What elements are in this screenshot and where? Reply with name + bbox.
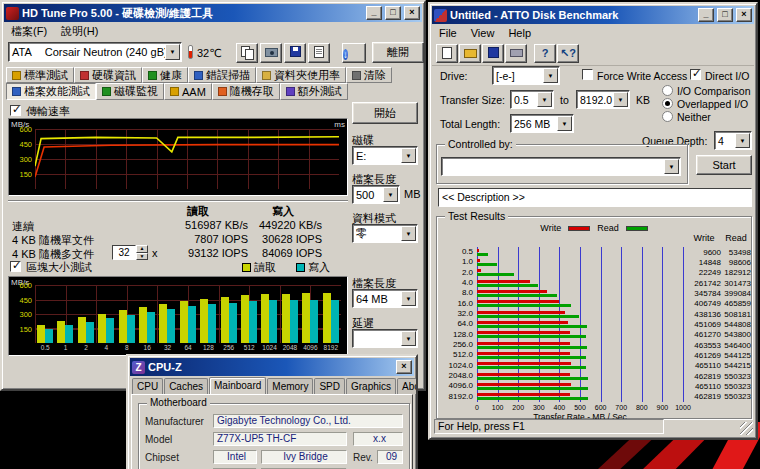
- queue-depth-select[interactable]: 4▼: [714, 131, 752, 150]
- menu-view[interactable]: View: [464, 26, 502, 40]
- hdtune-menubar: 檔案(F) 說明(H): [4, 23, 422, 39]
- dropdown-arrow-icon[interactable]: ▼: [543, 68, 558, 83]
- tab-caches[interactable]: Caches: [164, 378, 208, 394]
- description-field[interactable]: << Description >>: [438, 188, 752, 207]
- tab-erase[interactable]: 清除: [346, 67, 392, 83]
- chart-icon: [12, 71, 21, 80]
- force-write-checkbox[interactable]: [582, 69, 593, 80]
- tab-cpu[interactable]: CPU: [132, 378, 163, 394]
- exit-button[interactable]: 離開: [372, 42, 424, 63]
- data-pattern-select[interactable]: 零▼: [352, 224, 418, 243]
- spin-down-icon[interactable]: ▼: [136, 253, 148, 261]
- dropdown-arrow-icon[interactable]: ▼: [537, 92, 552, 107]
- floppy-icon: [290, 46, 301, 57]
- tab-spd[interactable]: SPD: [314, 378, 345, 394]
- cpuz-titlebar[interactable]: Z CPU-Z ×: [130, 358, 414, 376]
- direct-io-checkbox[interactable]: [690, 69, 701, 80]
- read-bar: [323, 293, 331, 343]
- start-button[interactable]: Start: [696, 155, 752, 175]
- atto-titlebar[interactable]: Untitled - ATTO Disk Benchmark _ □ ×: [432, 6, 754, 24]
- read-column-header: Read: [721, 233, 751, 243]
- total-length-select[interactable]: 256 MB▼: [510, 114, 574, 133]
- drive-select[interactable]: [-e-]▼: [492, 66, 560, 85]
- dropdown-arrow-icon[interactable]: ▼: [735, 133, 750, 148]
- minimize-icon[interactable]: _: [698, 8, 714, 22]
- new-button[interactable]: [436, 44, 458, 63]
- maximize-icon[interactable]: □: [385, 6, 401, 20]
- hdtune-titlebar[interactable]: HD Tune Pro 5.00 - 硬碟檢測/維護工具 _ □ ×: [4, 4, 422, 22]
- about-button[interactable]: ?: [534, 44, 556, 63]
- tab-folder-usage[interactable]: 資料夾使用率: [256, 67, 346, 83]
- menu-file[interactable]: 檔案(F): [4, 23, 54, 40]
- dropdown-arrow-icon[interactable]: ▼: [401, 226, 416, 241]
- context-help-button[interactable]: ↖?: [557, 44, 579, 63]
- tab-disk-monitor[interactable]: 磁碟監視: [96, 83, 164, 100]
- tab-mainboard[interactable]: Mainboard: [209, 377, 266, 394]
- hdtune-window-title: HD Tune Pro 5.00 - 硬碟檢測/維護工具: [22, 6, 363, 21]
- tab-benchmark[interactable]: 標準測試: [6, 67, 74, 83]
- block-size-checkbox[interactable]: [10, 261, 21, 272]
- tab-graphics[interactable]: Graphics: [346, 378, 396, 394]
- dropdown-arrow-icon[interactable]: ▼: [664, 159, 679, 174]
- open-button[interactable]: [459, 44, 481, 63]
- spin-up-icon[interactable]: ▲: [136, 245, 148, 253]
- tab-error-scan[interactable]: 錯誤掃描: [188, 67, 256, 83]
- write-bar: [310, 300, 318, 343]
- disk-select[interactable]: E:▼: [352, 146, 418, 165]
- dropdown-arrow-icon[interactable]: ▼: [557, 116, 572, 131]
- drive-selector[interactable]: ATA Corsair Neutron (240 gB) ▼: [8, 42, 182, 62]
- tab-about[interactable]: About: [397, 378, 418, 394]
- close-icon[interactable]: ×: [396, 360, 412, 374]
- print-button[interactable]: [505, 44, 527, 63]
- menu-help[interactable]: 說明(H): [54, 23, 105, 40]
- save-text-button[interactable]: [308, 43, 330, 63]
- model-value: Z77X-UP5 TH-CF: [213, 432, 347, 446]
- write-value: 9600: [683, 248, 721, 258]
- tab-extra-tests[interactable]: 額外測試: [280, 83, 348, 100]
- y-axis-tick: 150: [9, 325, 32, 334]
- block-file-length-select[interactable]: 64 MB▼: [352, 289, 418, 308]
- save-button[interactable]: [482, 44, 504, 63]
- start-button[interactable]: 開始: [352, 102, 418, 124]
- copy-button[interactable]: [236, 43, 258, 63]
- file-length-select[interactable]: 500▼: [352, 185, 400, 204]
- close-icon[interactable]: ×: [404, 6, 420, 20]
- update-button[interactable]: ↓: [342, 43, 366, 63]
- copy-icon: [241, 46, 254, 59]
- transfer-line: [35, 145, 339, 177]
- tab-file-benchmark[interactable]: 檔案效能測試: [6, 83, 96, 100]
- controlled-by-select[interactable]: ▼: [441, 157, 681, 176]
- menu-file[interactable]: File: [432, 26, 464, 40]
- transfer-to-select[interactable]: 8192.0▼: [576, 90, 630, 109]
- read-value: 301473: [723, 279, 751, 289]
- tab-disk-info[interactable]: 硬碟資訊: [74, 67, 142, 83]
- dropdown-arrow-icon[interactable]: ▼: [383, 187, 398, 202]
- tab-aam[interactable]: AAM: [164, 83, 212, 100]
- dropdown-arrow-icon[interactable]: ▼: [401, 148, 416, 163]
- dropdown-arrow-icon[interactable]: ▼: [401, 331, 416, 346]
- transfer-size-tick: 4096.0: [439, 381, 473, 391]
- maximize-icon[interactable]: □: [717, 8, 733, 22]
- thread-count-spinner[interactable]: 32: [112, 245, 136, 260]
- dropdown-arrow-icon[interactable]: ▼: [613, 92, 628, 107]
- save-button[interactable]: [284, 43, 306, 63]
- tab-random-access[interactable]: 隨機存取: [212, 83, 280, 100]
- minimize-icon[interactable]: _: [366, 6, 382, 20]
- neither-radio[interactable]: [662, 111, 673, 122]
- dropdown-arrow-icon[interactable]: ▼: [401, 291, 416, 306]
- transfer-from-select[interactable]: 0.5▼: [510, 90, 554, 109]
- dropdown-arrow-icon[interactable]: ▼: [165, 44, 180, 60]
- folder-icon: [262, 71, 271, 80]
- resize-grip[interactable]: [740, 422, 753, 435]
- overlapped-io-radio[interactable]: [662, 98, 673, 109]
- tab-health[interactable]: 健康: [142, 67, 188, 83]
- screenshot-button[interactable]: [260, 43, 282, 63]
- delay-select[interactable]: ▼: [352, 329, 418, 348]
- io-comparison-radio[interactable]: [662, 85, 673, 96]
- close-icon[interactable]: ×: [736, 8, 752, 22]
- tab-memory[interactable]: Memory: [267, 378, 313, 394]
- menu-help[interactable]: Help: [501, 26, 538, 40]
- transfer-rate-checkbox[interactable]: [10, 105, 21, 116]
- write-bar: [290, 300, 298, 343]
- read-value: 7807 IOPS: [148, 233, 248, 245]
